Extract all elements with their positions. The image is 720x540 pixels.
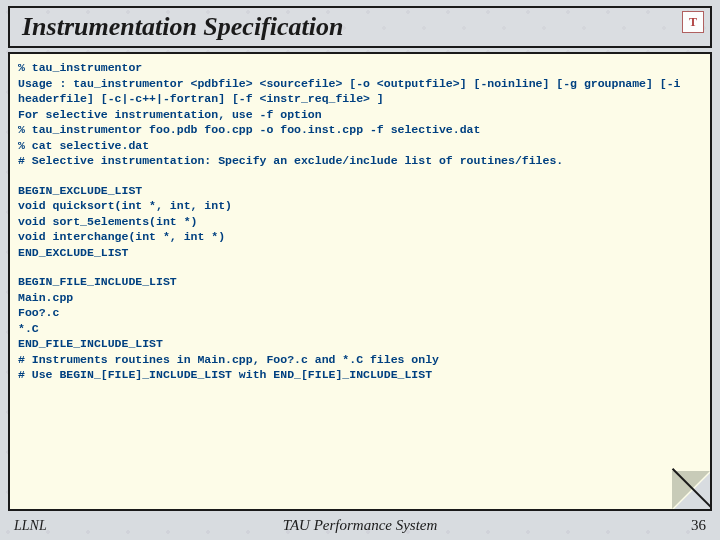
code-block-include: BEGIN_FILE_INCLUDE_LIST Main.cpp Foo?.c …	[18, 274, 702, 383]
page-number: 36	[691, 517, 706, 534]
code-listing: % tau_instrumentor Usage : tau_instrumen…	[18, 60, 702, 383]
slide-title: Instrumentation Specification	[22, 12, 698, 42]
slide-body: % tau_instrumentor Usage : tau_instrumen…	[8, 52, 712, 511]
footer-org: LLNL	[14, 518, 47, 534]
tau-logo-icon: T	[682, 11, 704, 33]
code-block-exclude: BEGIN_EXCLUDE_LIST void quicksort(int *,…	[18, 183, 702, 261]
slide-footer: LLNL TAU Performance System 36	[0, 515, 720, 540]
page-curl-icon	[672, 471, 710, 509]
footer-system: TAU Performance System	[283, 517, 438, 534]
logo-text: T	[689, 15, 697, 30]
slide-title-bar: Instrumentation Specification T	[8, 6, 712, 48]
code-block-usage: % tau_instrumentor Usage : tau_instrumen…	[18, 60, 702, 169]
